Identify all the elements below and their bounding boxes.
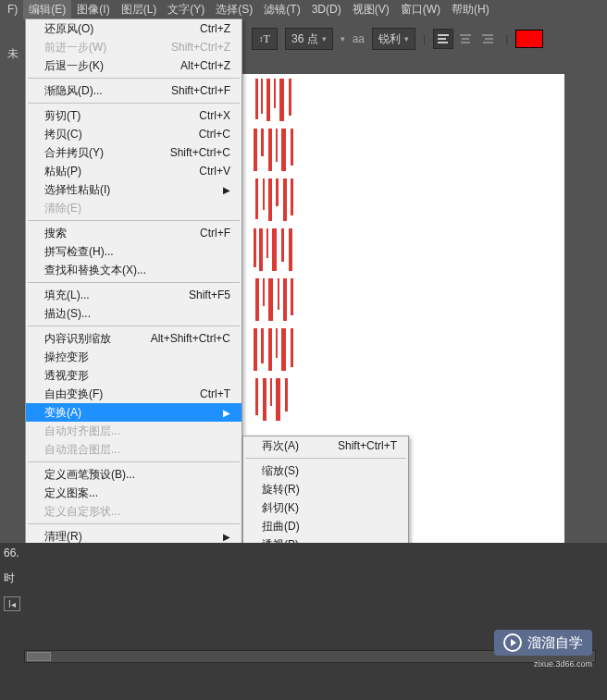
edit-menu-item[interactable]: 描边(S)... — [26, 304, 242, 323]
antialias-value: 锐利 — [378, 31, 401, 47]
edit-menu-item[interactable]: 透视变形 — [26, 366, 242, 385]
menu-item-label: 变换(A) — [44, 405, 81, 421]
menu-item-label: 操控变形 — [44, 350, 89, 365]
submenu-arrow-icon: ▶ — [223, 408, 230, 418]
menu-item-label: 拼写检查(H)... — [44, 244, 114, 260]
edit-menu-item[interactable]: 粘贴(P)Ctrl+V — [26, 162, 242, 180]
menu-item-shortcut: Ctrl+T — [200, 387, 230, 400]
menu-item-shortcut: Ctrl+F — [200, 227, 230, 239]
edit-menu-item[interactable]: 自由变换(F)Ctrl+T — [26, 385, 242, 403]
doc-tab-partial: 未 — [7, 46, 19, 62]
play-icon — [503, 633, 522, 652]
align-set — [433, 29, 498, 49]
svg-rect-5 — [461, 42, 470, 43]
edit-menu-item[interactable]: 拼写检查(H)... — [26, 242, 242, 261]
menu-item-label: 旋转(R) — [262, 482, 300, 497]
align-bottom-icon — [481, 32, 494, 45]
menubar-item-select[interactable]: 选择(S) — [210, 0, 258, 19]
edit-menu-item[interactable]: 还原风(O)Ctrl+Z — [26, 19, 242, 38]
menu-item-label: 自由变换(F) — [44, 387, 103, 402]
menu-separator — [28, 282, 240, 283]
watermark-url: zixue.3d66.com — [534, 659, 592, 669]
transform-menu-item[interactable]: 缩放(S) — [243, 461, 408, 480]
menu-separator — [28, 78, 240, 79]
menubar-item-file-suffix[interactable]: F) — [2, 1, 23, 18]
align-bottom-button[interactable] — [477, 29, 498, 49]
font-size-value: 36 点 — [291, 31, 318, 47]
menubar-item-3d[interactable]: 3D(D) — [306, 1, 347, 18]
edit-menu-item: 清除(E) — [26, 199, 242, 217]
menu-item-label: 清理(R) — [44, 529, 82, 545]
menu-item-label: 内容识别缩放 — [44, 331, 111, 347]
transform-menu-item[interactable]: 再次(A)Shift+Ctrl+T — [243, 436, 408, 455]
menubar-item-filter[interactable]: 滤镜(T) — [258, 0, 305, 19]
options-toolbar: ↕T 36 点 ▾ ▾ aa 锐利 ▾ | | — [252, 28, 543, 50]
menubar-item-edit[interactable]: 编辑(E) — [23, 0, 71, 19]
svg-rect-2 — [438, 42, 448, 43]
submenu-arrow-icon: ▶ — [223, 532, 230, 542]
chevron-down-icon: ▾ — [322, 34, 327, 43]
menu-item-shortcut: Alt+Ctrl+Z — [180, 59, 230, 72]
menu-item-label: 自动混合图层... — [44, 442, 120, 458]
edit-menu-item[interactable]: 操控变形 — [26, 348, 242, 366]
align-center-button[interactable] — [455, 29, 476, 49]
edit-menu-item: 定义自定形状... — [26, 502, 242, 521]
menu-item-label: 选择性粘贴(I) — [44, 182, 110, 198]
edit-menu-item[interactable]: 搜索Ctrl+F — [26, 224, 242, 242]
menu-item-label: 清除(E) — [44, 201, 81, 216]
edit-menu-item[interactable]: 变换(A)▶ — [26, 403, 242, 422]
transform-menu-item[interactable]: 斜切(K) — [243, 498, 408, 517]
menu-item-shortcut: Shift+Ctrl+T — [338, 439, 397, 452]
menu-item-label: 自动对齐图层... — [44, 424, 120, 439]
submenu-arrow-icon: ▶ — [223, 185, 230, 195]
edit-menu-item: 前进一步(W)Shift+Ctrl+Z — [26, 38, 242, 56]
menu-item-label: 缩放(S) — [262, 463, 299, 479]
svg-rect-6 — [482, 34, 493, 36]
antialias-select[interactable]: 锐利 ▾ — [372, 28, 415, 50]
edit-menu-item[interactable]: 定义画笔预设(B)... — [26, 465, 242, 484]
edit-menu-item[interactable]: 内容识别缩放Alt+Shift+Ctrl+C — [26, 329, 242, 348]
menu-item-label: 搜索 — [44, 226, 67, 241]
edit-menu-item[interactable]: 定义图案... — [26, 484, 242, 502]
menubar-item-type[interactable]: 文字(Y) — [162, 0, 210, 19]
menu-separator — [28, 325, 240, 326]
edit-menu-item[interactable]: 填充(L)...Shift+F5 — [26, 286, 242, 304]
edit-menu-item[interactable]: 渐隐风(D)...Shift+Ctrl+F — [26, 81, 242, 100]
timeline-label: 时 — [4, 571, 15, 586]
menu-item-shortcut: Alt+Shift+Ctrl+C — [151, 332, 230, 345]
type-orientation-icon[interactable]: ↕T — [252, 28, 278, 50]
bottom-panel: 66. 时 I◂ 溜溜自学 zixue.3d66.com — [0, 543, 607, 700]
svg-rect-0 — [438, 34, 449, 36]
font-size-field[interactable]: 36 点 ▾ — [285, 28, 333, 50]
edit-menu-item[interactable]: 查找和替换文本(X)... — [26, 261, 242, 279]
canvas-artwork — [252, 79, 302, 421]
text-color-swatch[interactable] — [515, 30, 543, 48]
edit-menu-item[interactable]: 剪切(T)Ctrl+X — [26, 106, 242, 125]
menu-item-label: 拷贝(C) — [44, 127, 82, 142]
menu-item-label: 粘贴(P) — [44, 164, 81, 179]
menu-separator — [28, 523, 240, 524]
scrollbar-thumb[interactable] — [27, 652, 51, 661]
transform-menu-item[interactable]: 扭曲(D) — [243, 517, 408, 535]
menubar-item-image[interactable]: 图像(I) — [71, 0, 115, 19]
edit-menu-item[interactable]: 合并拷贝(Y)Shift+Ctrl+C — [26, 143, 242, 162]
align-top-button[interactable] — [433, 29, 453, 49]
menubar-item-view[interactable]: 视图(V) — [347, 0, 395, 19]
edit-menu-item[interactable]: 拷贝(C)Ctrl+C — [26, 125, 242, 143]
edit-menu-item: 自动混合图层... — [26, 440, 242, 459]
timeline-goto-first-button[interactable]: I◂ — [4, 596, 20, 611]
edit-menu-item[interactable]: 选择性粘贴(I)▶ — [26, 180, 242, 199]
antialias-label: aa — [353, 32, 365, 45]
chevron-down-icon[interactable]: ▾ — [341, 34, 345, 43]
menubar-item-layer[interactable]: 图层(L) — [116, 0, 163, 19]
menu-item-shortcut: Shift+F5 — [189, 289, 230, 301]
edit-menu-item[interactable]: 后退一步(K)Alt+Ctrl+Z — [26, 56, 242, 75]
menu-item-label: 填充(L)... — [44, 288, 90, 303]
menubar-item-window[interactable]: 窗口(W) — [395, 0, 446, 19]
transform-menu-item[interactable]: 旋转(R) — [243, 480, 408, 498]
zoom-percent[interactable]: 66. — [4, 546, 19, 559]
menu-item-label: 扭曲(D) — [262, 519, 300, 534]
menu-item-label: 斜切(K) — [262, 500, 299, 516]
menu-item-label: 前进一步(W) — [44, 40, 106, 55]
menubar-item-help[interactable]: 帮助(H) — [446, 0, 495, 19]
